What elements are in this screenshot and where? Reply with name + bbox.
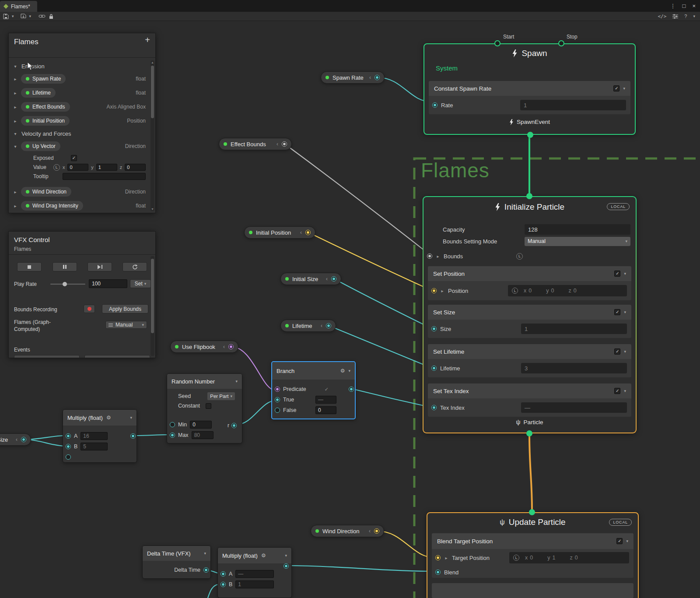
- set-lifetime-block[interactable]: Set Lifetime ✓ ▾ Lifetime 3: [428, 344, 631, 377]
- play-rate-field[interactable]: 100: [89, 279, 127, 288]
- node-header[interactable]: Multiply (float) ⚙ ▾: [218, 548, 291, 563]
- chevron-down-icon[interactable]: ▾: [624, 389, 626, 393]
- gear-icon[interactable]: ⚙: [340, 368, 345, 374]
- port-blend-input[interactable]: [435, 570, 441, 575]
- port-r-output[interactable]: [231, 423, 237, 428]
- param-node-initial-size-b[interactable]: Initial Size ‹: [0, 433, 31, 446]
- collapse-icon[interactable]: ‹: [16, 436, 18, 443]
- set-tex-index-block[interactable]: Set Tex Index ✓ ▾ Tex Index —: [428, 383, 631, 417]
- tex-index-field[interactable]: —: [521, 402, 627, 413]
- blackboard-scrollbar[interactable]: ▲ ▼: [150, 60, 154, 211]
- true-field[interactable]: —: [315, 396, 336, 404]
- chevron-down-icon[interactable]: ▾: [130, 415, 132, 420]
- maximize-icon[interactable]: □: [682, 3, 686, 9]
- chevron-right-icon[interactable]: ▸: [440, 288, 444, 293]
- settings-sliders-icon[interactable]: [672, 14, 678, 19]
- space-toggle-local[interactable]: L: [513, 555, 519, 561]
- y-field[interactable]: 1: [96, 164, 117, 171]
- tooltip-field[interactable]: [63, 173, 146, 180]
- port-wind-direction-output[interactable]: [374, 528, 379, 534]
- chevron-right-icon[interactable]: ▸: [13, 77, 18, 81]
- add-property-button[interactable]: +: [145, 35, 150, 45]
- block-header[interactable]: Blend Target Position ✓ ▾: [432, 533, 634, 549]
- port-update-flow-input[interactable]: [529, 509, 535, 515]
- block-enabled-checkbox[interactable]: ✓: [614, 309, 620, 315]
- blend-target-position-block[interactable]: Blend Target Position ✓ ▾ ▸ Target Posit…: [432, 533, 634, 578]
- random-number-node[interactable]: Random Number ▾ Seed Per Part ▾ Constant…: [167, 373, 242, 443]
- block-header[interactable]: Set Size ✓ ▾: [428, 305, 631, 320]
- port-multiply2-output[interactable]: [284, 563, 289, 569]
- gear-icon[interactable]: ⚙: [106, 415, 111, 421]
- gear-icon[interactable]: ⚙: [261, 552, 266, 559]
- block-header[interactable]: Set Tex Index ✓ ▾: [428, 383, 631, 398]
- update-block-partial[interactable]: [432, 583, 634, 598]
- menu-icon[interactable]: ⋮: [670, 3, 676, 9]
- stop-button[interactable]: [17, 262, 42, 271]
- edge-branch-to-tex-index[interactable]: [354, 389, 432, 408]
- port-initial-size-b-output[interactable]: [21, 437, 26, 442]
- chevron-down-icon[interactable]: ▾: [624, 349, 626, 354]
- port-b-input[interactable]: [220, 582, 226, 587]
- node-header[interactable]: Multiply (float) ⚙ ▾: [63, 410, 136, 426]
- play-rate-slider[interactable]: [50, 284, 85, 285]
- space-toggle-local[interactable]: L: [512, 288, 518, 294]
- bounds-mode-dropdown[interactable]: Manual ▾: [105, 321, 147, 329]
- close-icon[interactable]: ×: [692, 3, 696, 9]
- collapse-icon[interactable]: ‹: [276, 141, 278, 147]
- port-branch-output[interactable]: [349, 387, 354, 392]
- help-icon[interactable]: ?: [684, 14, 687, 19]
- blackboard-item-initial-position[interactable]: ▸ Initial Position Position: [13, 116, 146, 126]
- port-target-position-input[interactable]: [435, 555, 441, 560]
- record-button[interactable]: [84, 305, 95, 313]
- min-field[interactable]: 0: [190, 421, 212, 429]
- port-particle-output[interactable]: [526, 430, 532, 436]
- multiply-float-node-2[interactable]: Multiply (float) ⚙ ▾ A — B 1: [217, 547, 292, 598]
- port-initial-size-output[interactable]: [331, 276, 336, 281]
- param-node-use-flipbook[interactable]: Use Flipbook ‹: [170, 341, 238, 353]
- space-toggle-local[interactable]: L: [53, 164, 60, 171]
- init-node-title[interactable]: Initialize Particle: [424, 202, 636, 212]
- port-lifetime-output[interactable]: [326, 323, 331, 328]
- x-field[interactable]: 0: [67, 164, 88, 171]
- exposed-checkbox[interactable]: ✓: [71, 155, 77, 161]
- edge-initial-size-to-size[interactable]: [334, 279, 432, 329]
- chevron-right-icon[interactable]: ▸: [13, 91, 18, 95]
- blackboard-panel[interactable]: Flames + ▾ Emission ▸ Spawn Rate float ▸…: [8, 33, 156, 213]
- port-init-flow-input[interactable]: [526, 193, 532, 199]
- toolbar-dropdown-icon[interactable]: ▾: [693, 14, 695, 18]
- scrollbar-thumb[interactable]: [151, 259, 154, 333]
- chevron-right-icon[interactable]: ▸: [13, 119, 18, 123]
- block-enabled-checkbox[interactable]: ✓: [614, 348, 620, 355]
- constant-checkbox[interactable]: [206, 403, 211, 409]
- port-initial-position-output[interactable]: [305, 230, 311, 235]
- spawn-node-title[interactable]: Spawn: [424, 49, 635, 58]
- port-a-input[interactable]: [220, 571, 226, 577]
- onstop-button[interactable]: OnStop: [84, 355, 150, 358]
- block-header[interactable]: Constant Spawn Rate ✓ ▾: [429, 81, 630, 96]
- chevron-down-icon[interactable]: ▾: [13, 64, 18, 69]
- param-node-initial-size[interactable]: Initial Size ‹: [280, 273, 341, 285]
- lock-icon[interactable]: [49, 14, 54, 19]
- blackboard-item-wind-direction[interactable]: ▸ Wind Direction Direction: [13, 186, 146, 197]
- blackboard-item-effect-bounds[interactable]: ▸ Effect Bounds Axis Aligned Box: [13, 102, 146, 112]
- step-button[interactable]: [88, 262, 112, 271]
- edge-multiply2-to-blend[interactable]: [288, 566, 435, 571]
- param-node-effect-bounds[interactable]: Effect Bounds ‹: [219, 138, 292, 150]
- chevron-down-icon[interactable]: ▾: [624, 271, 626, 276]
- tab-flames[interactable]: Flames*: [0, 1, 37, 12]
- a-field[interactable]: 16: [80, 432, 108, 440]
- multiply-float-node-1[interactable]: Multiply (float) ⚙ ▾ A 16 B 5: [63, 409, 137, 463]
- section-velocity-and-forces[interactable]: ▾ Velocity and Forces: [13, 129, 146, 138]
- chevron-right-icon[interactable]: ▸: [13, 105, 18, 109]
- port-true-input[interactable]: [275, 397, 280, 402]
- edge-initialize-to-update[interactable]: [529, 434, 532, 510]
- code-view-icon[interactable]: </>: [658, 14, 666, 19]
- update-node-title[interactable]: ψ Update Particle: [427, 517, 638, 527]
- port-effect-bounds-output[interactable]: [282, 141, 287, 147]
- branch-node[interactable]: Branch ⚙ ▾ Predicate ✓ True — False 0: [271, 361, 356, 419]
- chevron-right-icon[interactable]: ▸: [444, 556, 448, 560]
- port-stop-input[interactable]: [558, 40, 564, 46]
- save-as-icon[interactable]: [21, 14, 26, 19]
- chevron-right-icon[interactable]: ▸: [13, 204, 18, 208]
- chevron-down-icon[interactable]: ▾: [13, 131, 18, 136]
